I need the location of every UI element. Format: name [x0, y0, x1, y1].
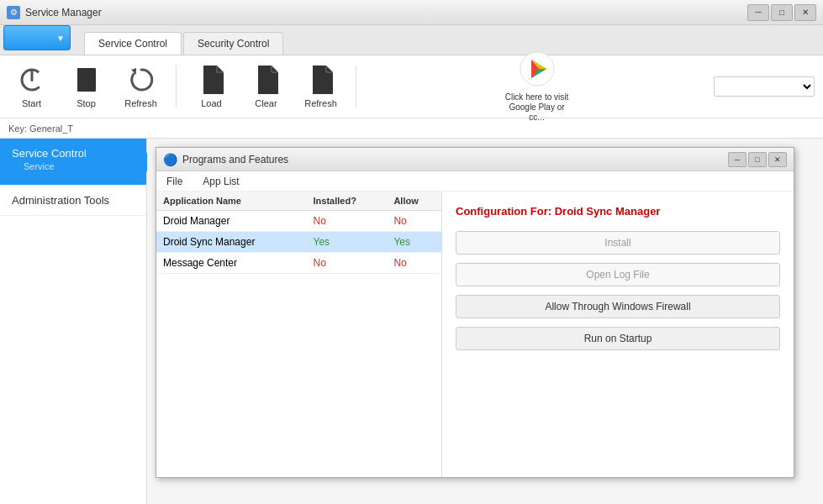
app-name-2: Droid Sync Manager	[156, 232, 307, 253]
app-name-3: Message Center	[156, 253, 307, 274]
clear-button[interactable]: Clear	[243, 61, 289, 112]
config-title-label: Configuration For:	[456, 205, 551, 218]
col-installed: Installed?	[307, 192, 388, 211]
toolbar-dropdown[interactable]	[714, 76, 815, 97]
programs-features-dialog: 🔵 Programs and Features ─ □ ✕ File App L…	[156, 147, 794, 478]
dialog-body: Application Name Installed? Allow Droid …	[156, 192, 794, 477]
toolbar-separator-1	[176, 66, 177, 108]
sidebar: Service Control Service Administration T…	[0, 139, 147, 504]
stop-icon	[73, 65, 100, 95]
clear-label: Clear	[255, 98, 277, 108]
refresh-label-1: Refresh	[124, 98, 157, 108]
run-startup-button[interactable]: Run on Startup	[456, 327, 780, 350]
install-button[interactable]: Install	[456, 231, 780, 255]
table-row[interactable]: Droid Manager No No	[156, 211, 441, 232]
app-allow-2: Yes	[387, 232, 441, 253]
dialog-title-text: Programs and Features	[182, 154, 288, 165]
content-area: 🔵 Programs and Features ─ □ ✕ File App L…	[147, 139, 823, 504]
dialog-minimize-button[interactable]: ─	[728, 152, 747, 167]
load-label: Load	[201, 98, 221, 108]
sidebar-sub-service: Service	[12, 160, 135, 176]
menu-file[interactable]: File	[163, 174, 186, 189]
sidebar-label-admin: Administration Tools	[12, 194, 135, 207]
app-installed-2: Yes	[307, 232, 388, 253]
dropdown-arrow-icon: ▼	[56, 34, 65, 43]
title-bar: ⚙ Service Manager ─ □ ✕	[0, 0, 823, 25]
google-play-button[interactable]: Click here to visitGoogle Play or cc...	[497, 48, 578, 126]
start-button[interactable]: Start	[8, 61, 55, 112]
svg-rect-1	[30, 70, 33, 81]
main-layout: Service Control Service Administration T…	[0, 139, 823, 504]
sidebar-item-admin-tools[interactable]: Administration Tools	[0, 186, 146, 216]
sidebar-label-service: Service Control	[12, 147, 135, 160]
config-panel: Configuration For: Droid Sync Manager In…	[442, 192, 794, 477]
dialog-controls: ─ □ ✕	[728, 152, 787, 167]
load-icon	[198, 65, 225, 95]
config-app-name: Droid Sync Manager	[555, 205, 661, 218]
app-allow-1: No	[387, 211, 441, 232]
tab-security-control[interactable]: Security Control	[183, 32, 283, 55]
dialog-title-icon: 🔵	[163, 153, 177, 166]
dialog-menu-bar: File App List	[156, 171, 794, 192]
refresh-label-2: Refresh	[304, 98, 337, 108]
sidebar-item-service-control[interactable]: Service Control Service	[0, 139, 146, 186]
power-icon	[18, 65, 45, 95]
tab-dropdown[interactable]: ▼	[3, 25, 71, 50]
load-button[interactable]: Load	[188, 61, 235, 112]
window-title: Service Manager	[25, 7, 102, 18]
google-play-icon	[520, 51, 555, 89]
refresh-icon-1	[128, 65, 155, 95]
close-button[interactable]: ✕	[794, 4, 816, 21]
tab-bar: ▼ Service Control Security Control	[0, 25, 823, 55]
refresh-button-2[interactable]: Refresh	[298, 61, 344, 112]
app-installed-1: No	[307, 211, 388, 232]
window-controls: ─ □ ✕	[747, 4, 816, 21]
key-text: Key: General_T	[8, 123, 73, 134]
key-bar: Key: General_T	[0, 118, 823, 139]
dialog-close-button[interactable]: ✕	[768, 152, 787, 167]
app-name-1: Droid Manager	[156, 211, 307, 232]
svg-rect-2	[77, 68, 96, 92]
table-row[interactable]: Droid Sync Manager Yes Yes	[156, 232, 441, 253]
config-title: Configuration For: Droid Sync Manager	[456, 205, 780, 218]
google-play-label: Click here to visitGoogle Play or cc...	[504, 92, 571, 123]
stop-button[interactable]: Stop	[63, 61, 109, 112]
menu-app-list[interactable]: App List	[199, 174, 242, 189]
app-list-panel: Application Name Installed? Allow Droid …	[156, 192, 442, 477]
col-app-name: Application Name	[156, 192, 307, 211]
app-allow-3: No	[387, 253, 441, 274]
toolbar: Start Stop Refresh Load	[0, 55, 823, 118]
clear-icon	[253, 65, 280, 95]
app-table: Application Name Installed? Allow Droid …	[156, 192, 441, 274]
col-allow: Allow	[387, 192, 441, 211]
maximize-button[interactable]: □	[771, 4, 793, 21]
tab-service-control[interactable]: Service Control	[84, 32, 182, 55]
allow-firewall-button[interactable]: Allow Through Windows Firewall	[456, 295, 780, 318]
app-icon: ⚙	[7, 6, 20, 19]
minimize-button[interactable]: ─	[747, 4, 769, 21]
stop-label: Stop	[76, 98, 96, 108]
dialog-maximize-button[interactable]: □	[748, 152, 767, 167]
open-log-button[interactable]: Open Log File	[456, 263, 780, 286]
refresh-button-1[interactable]: Refresh	[118, 61, 164, 112]
app-installed-3: No	[307, 253, 388, 274]
dialog-title-bar: 🔵 Programs and Features ─ □ ✕	[156, 148, 794, 171]
toolbar-separator-2	[356, 66, 356, 108]
start-label: Start	[22, 98, 41, 108]
refresh-icon-2	[308, 65, 335, 95]
table-row[interactable]: Message Center No No	[156, 253, 441, 274]
